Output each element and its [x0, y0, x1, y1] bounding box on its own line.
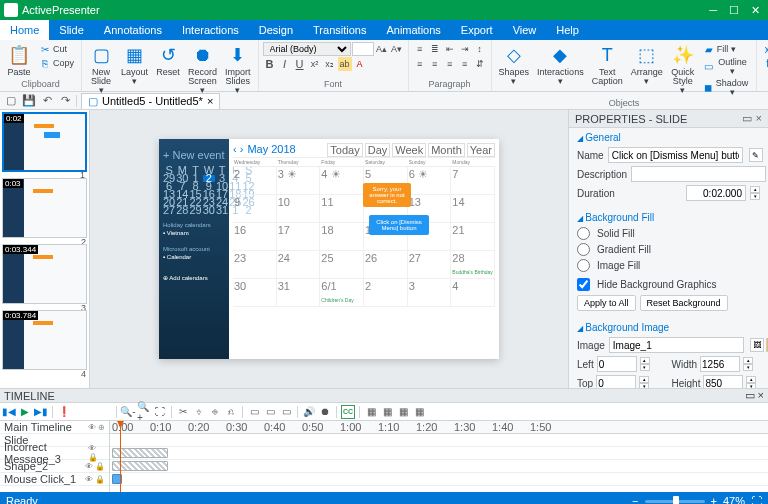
valign-icon[interactable]: ⇵ — [473, 57, 487, 71]
tab-view[interactable]: View — [503, 20, 547, 40]
apply-all-button[interactable]: Apply to All — [577, 295, 636, 311]
tl-t8-icon[interactable]: 🔊 — [302, 405, 316, 419]
tl-cc-icon[interactable]: CC — [341, 405, 355, 419]
font-grow-icon[interactable]: A▴ — [375, 42, 389, 56]
props-close-icon[interactable]: × — [756, 112, 762, 125]
tl-play-icon[interactable]: ▶ — [18, 405, 32, 419]
quickstyle-button[interactable]: ✨Quick Style ▾ — [668, 42, 698, 96]
left-input[interactable] — [597, 356, 637, 372]
import-button[interactable]: ⬇Import Slides ▾ — [222, 42, 254, 96]
align-justify-icon[interactable]: ≡ — [458, 57, 472, 71]
tl-zoomfit-icon[interactable]: ⛶ — [153, 405, 167, 419]
tl-t12-icon[interactable]: ▦ — [396, 405, 410, 419]
zoom-slider[interactable] — [645, 500, 705, 503]
align-right-icon[interactable]: ≡ — [443, 57, 457, 71]
qb-undo-icon[interactable]: ↶ — [40, 94, 54, 108]
track-main[interactable]: Main Timeline👁 ⊕ — [0, 421, 109, 434]
tab-slide[interactable]: Slide — [49, 20, 93, 40]
highlight-icon[interactable]: ab — [338, 57, 352, 71]
tl-t9-icon[interactable]: ⏺ — [318, 405, 332, 419]
close-icon[interactable]: ✕ — [751, 4, 760, 17]
fontcolor-icon[interactable]: A — [353, 57, 367, 71]
playhead[interactable] — [120, 421, 121, 492]
solid-fill-radio[interactable] — [577, 227, 590, 240]
tl-t11-icon[interactable]: ▦ — [380, 405, 394, 419]
zoom-out-icon[interactable]: − — [632, 495, 638, 504]
tl-zoomin-icon[interactable]: 🔍+ — [137, 405, 151, 419]
tab-close-icon[interactable]: × — [207, 95, 213, 107]
section-general[interactable]: General — [577, 132, 760, 143]
qb-save-icon[interactable]: 💾 — [22, 94, 36, 108]
tl-zoomout-icon[interactable]: 🔍- — [121, 405, 135, 419]
tab-design[interactable]: Design — [249, 20, 303, 40]
variables-button[interactable]: x=Variables — [761, 42, 768, 56]
props-pin-icon[interactable]: ▭ — [742, 112, 752, 125]
new-event-link[interactable]: + New event — [163, 149, 225, 161]
paste-button[interactable]: 📋Paste — [4, 42, 34, 78]
tl-pin-icon[interactable]: ▭ — [745, 389, 755, 401]
outline-button[interactable]: ▭Outline ▾ — [700, 56, 753, 77]
reset-bg-button[interactable]: Reset Background — [640, 295, 728, 311]
img-browse-icon[interactable]: 🖼 — [750, 338, 764, 352]
width-input[interactable] — [700, 356, 740, 372]
font-family-select[interactable]: Arial (Body) — [263, 42, 351, 56]
hide-bg-checkbox[interactable] — [577, 278, 590, 291]
fit-icon[interactable]: ⛶ — [751, 495, 762, 504]
bullets-icon[interactable]: ≡ — [413, 42, 427, 56]
tl-prev-icon[interactable]: ▮◀ — [2, 405, 16, 419]
image-fill-radio[interactable] — [577, 259, 590, 272]
height-input[interactable] — [703, 375, 743, 388]
shadow-button[interactable]: ◼Shadow ▾ — [700, 77, 753, 98]
duration-input[interactable] — [686, 185, 746, 201]
underline-icon[interactable]: U — [293, 57, 307, 71]
tl-warn-icon[interactable]: ❗ — [57, 405, 71, 419]
font-size-input[interactable] — [352, 42, 374, 56]
numbers-icon[interactable]: ≣ — [428, 42, 442, 56]
tab-home[interactable]: Home — [0, 20, 49, 40]
reset-button[interactable]: ↺Reset — [153, 42, 183, 78]
bold-icon[interactable]: B — [263, 57, 277, 71]
tl-t6-icon[interactable]: ▭ — [263, 405, 277, 419]
align-left-icon[interactable]: ≡ — [413, 57, 427, 71]
layout-button[interactable]: ▦Layout ▾ — [118, 42, 151, 87]
section-bgfill[interactable]: Background Fill — [577, 212, 760, 223]
zoom-value[interactable]: 47% — [723, 495, 745, 504]
font-shrink-icon[interactable]: A▾ — [390, 42, 404, 56]
new-slide-button[interactable]: ▢New Slide ▾ — [86, 42, 116, 96]
image-input[interactable] — [609, 337, 744, 353]
zoom-in-icon[interactable]: + — [711, 495, 717, 504]
track-click[interactable]: Mouse Click_1👁 🔒 — [0, 473, 109, 486]
tl-close-icon[interactable]: × — [758, 389, 764, 401]
tab-export[interactable]: Export — [451, 20, 503, 40]
shapes-button[interactable]: ◇Shapes ▾ — [496, 42, 533, 87]
section-bgimage[interactable]: Background Image — [577, 322, 760, 333]
thumb-3[interactable]: 0:03.3443 — [2, 244, 87, 304]
arrange-button[interactable]: ⬚Arrange ▾ — [628, 42, 666, 87]
tl-next-icon[interactable]: ▶▮ — [34, 405, 48, 419]
textcaption-button[interactable]: TText Caption — [589, 42, 626, 87]
minimize-icon[interactable]: ─ — [709, 4, 717, 17]
record-button[interactable]: ⏺Record Screen ▾ — [185, 42, 220, 96]
tl-t10-icon[interactable]: ▦ — [364, 405, 378, 419]
thumb-2[interactable]: 0:032 — [2, 178, 87, 238]
tab-transitions[interactable]: Transitions — [303, 20, 376, 40]
gradient-fill-radio[interactable] — [577, 243, 590, 256]
fill-button[interactable]: ▰Fill ▾ — [700, 42, 753, 56]
tl-split-icon[interactable]: ✂ — [176, 405, 190, 419]
cut-button[interactable]: ✂Cut — [36, 42, 77, 56]
desc-input[interactable] — [631, 166, 766, 182]
tab-interactions[interactable]: Interactions — [172, 20, 249, 40]
name-input[interactable] — [608, 147, 743, 163]
tl-t7-icon[interactable]: ▭ — [279, 405, 293, 419]
italic-icon[interactable]: I — [278, 57, 292, 71]
tab-help[interactable]: Help — [546, 20, 589, 40]
document-tab[interactable]: ▢ Untitled5 - Untitled5* × — [81, 93, 220, 109]
tl-t13-icon[interactable]: ▦ — [412, 405, 426, 419]
timeline-lanes[interactable]: 0:00 0:10 0:20 0:30 0:40 0:50 1:00 1:10 … — [110, 421, 768, 492]
tab-annotations[interactable]: Annotations — [94, 20, 172, 40]
lineheight-icon[interactable]: ↕ — [473, 42, 487, 56]
outdent-icon[interactable]: ⇤ — [443, 42, 457, 56]
maximize-icon[interactable]: ☐ — [729, 4, 739, 17]
copy-button[interactable]: ⎘Copy — [36, 56, 77, 70]
top-input[interactable] — [596, 375, 636, 388]
